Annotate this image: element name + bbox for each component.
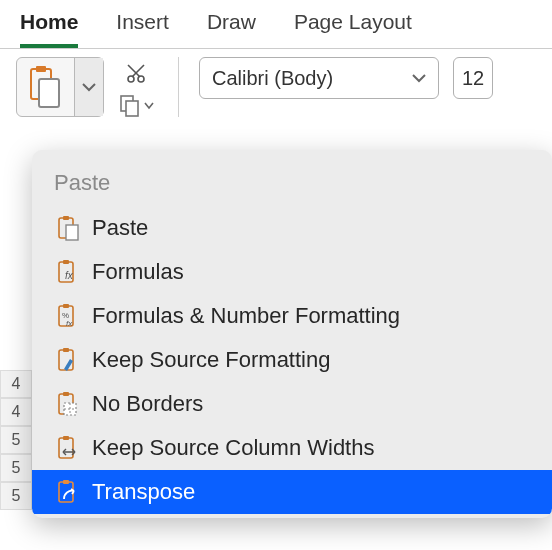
- row-header[interactable]: 4: [0, 370, 32, 398]
- menu-item-label: Transpose: [92, 479, 195, 505]
- tab-draw[interactable]: Draw: [207, 10, 256, 48]
- menu-item-label: No Borders: [92, 391, 203, 417]
- tab-insert[interactable]: Insert: [116, 10, 169, 48]
- svg-rect-22: [63, 392, 69, 396]
- row-header[interactable]: 5: [0, 454, 32, 482]
- row-header-gutter: 4 4 5 5 5: [0, 370, 32, 510]
- svg-rect-30: [63, 480, 69, 484]
- clipboard-tools: [110, 57, 158, 119]
- clipboard-brush-icon: [54, 345, 82, 375]
- svg-text:fx: fx: [66, 319, 73, 328]
- menu-item-formulas-number-formatting[interactable]: % fx Formulas & Number Formatting: [32, 294, 552, 338]
- svg-rect-10: [63, 216, 69, 220]
- font-family-value: Calibri (Body): [212, 67, 333, 90]
- paste-split-button[interactable]: [16, 57, 104, 117]
- svg-rect-11: [66, 225, 78, 240]
- svg-text:fx: fx: [65, 270, 74, 281]
- menu-item-no-borders[interactable]: No Borders: [32, 382, 552, 426]
- svg-rect-8: [126, 101, 138, 116]
- menu-item-label: Formulas & Number Formatting: [92, 303, 400, 329]
- svg-rect-27: [63, 436, 69, 440]
- menu-item-label: Paste: [92, 215, 148, 241]
- menu-item-label: Formulas: [92, 259, 184, 285]
- svg-rect-1: [36, 66, 46, 72]
- clipboard-noborders-icon: [54, 389, 82, 419]
- tab-home[interactable]: Home: [20, 10, 78, 48]
- menu-item-keep-source-column-widths[interactable]: Keep Source Column Widths: [32, 426, 552, 470]
- row-header[interactable]: 4: [0, 398, 32, 426]
- toolbar-divider: [178, 57, 179, 117]
- font-size-select[interactable]: 12: [453, 57, 493, 99]
- svg-rect-16: [63, 304, 69, 308]
- paste-dropdown-menu: Paste Paste fx Formulas % f: [32, 150, 552, 518]
- cut-button[interactable]: [116, 61, 158, 87]
- clipboard-fx-icon: fx: [54, 257, 82, 287]
- copy-button[interactable]: [116, 93, 158, 119]
- font-family-select[interactable]: Calibri (Body): [199, 57, 439, 99]
- svg-rect-29: [59, 482, 73, 502]
- tab-page-layout[interactable]: Page Layout: [294, 10, 412, 48]
- menu-item-keep-source-formatting[interactable]: Keep Source Formatting: [32, 338, 552, 382]
- copy-icon: [120, 95, 140, 117]
- ribbon-tabs: Home Insert Draw Page Layout: [0, 0, 552, 49]
- clipboard-column-width-icon: [54, 433, 82, 463]
- clipboard-icon: [27, 65, 63, 109]
- clipboard-icon: [54, 213, 82, 243]
- chevron-down-icon: [412, 73, 426, 83]
- row-header[interactable]: 5: [0, 482, 32, 510]
- font-size-value: 12: [462, 67, 484, 90]
- clipboard-percent-fx-icon: % fx: [54, 301, 82, 331]
- menu-item-transpose[interactable]: Transpose: [32, 470, 552, 514]
- menu-section-header: Paste: [32, 162, 552, 206]
- menu-item-paste[interactable]: Paste: [32, 206, 552, 250]
- paste-dropdown-toggle[interactable]: [74, 58, 103, 116]
- chevron-down-icon: [144, 102, 154, 110]
- clipboard-transpose-icon: [54, 477, 82, 507]
- menu-item-label: Keep Source Column Widths: [92, 435, 374, 461]
- paste-button[interactable]: [17, 58, 74, 116]
- svg-rect-20: [63, 348, 69, 352]
- menu-item-formulas[interactable]: fx Formulas: [32, 250, 552, 294]
- chevron-down-icon: [82, 82, 96, 92]
- scissors-icon: [126, 63, 148, 85]
- toolbar: Calibri (Body) 12: [0, 49, 552, 133]
- svg-rect-2: [39, 79, 59, 107]
- svg-rect-13: [63, 260, 69, 264]
- row-header[interactable]: 5: [0, 426, 32, 454]
- menu-item-label: Keep Source Formatting: [92, 347, 330, 373]
